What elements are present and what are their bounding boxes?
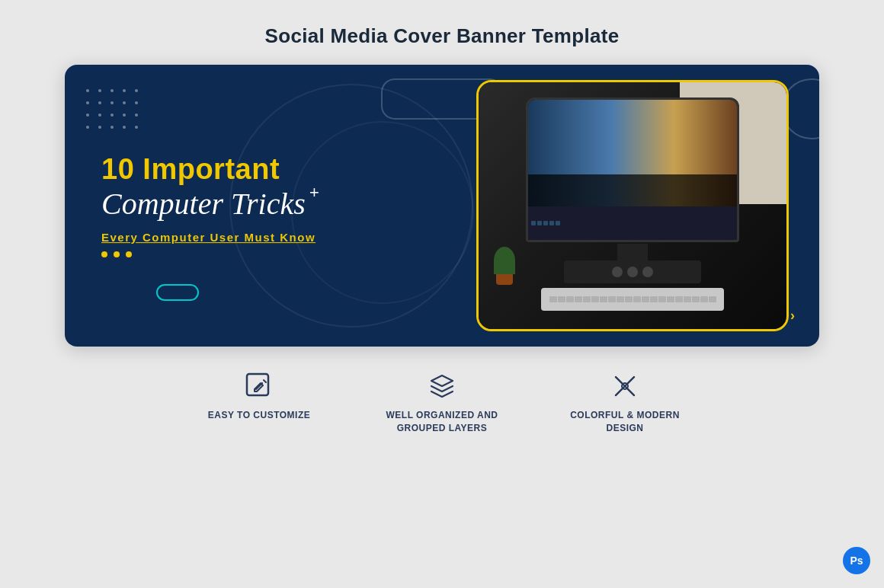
key: [617, 296, 624, 302]
plant-pot: [496, 274, 513, 285]
knob: [642, 267, 653, 277]
banner: › › › › › › › › 10 Important Computer Tr…: [65, 65, 819, 347]
dot: [114, 251, 120, 257]
plant-decoration: [494, 247, 515, 285]
key: [633, 296, 641, 302]
key: [549, 296, 557, 302]
key: [700, 296, 708, 302]
svg-line-5: [628, 377, 634, 383]
key: [684, 296, 691, 302]
monitor-screen: [528, 100, 737, 206]
knob: [612, 267, 623, 277]
monitor-stand: [617, 244, 648, 262]
banner-text-block: 10 Important Computer Tricks Every Compu…: [101, 154, 315, 257]
key: [591, 296, 599, 302]
svg-line-6: [628, 389, 634, 395]
key: [583, 296, 591, 302]
bg-circle-decoration2: [291, 121, 474, 304]
feature-label-design: COLORFUL & MODERN DESIGN: [564, 409, 686, 435]
key: [575, 296, 582, 302]
key: [650, 296, 658, 302]
key: [642, 296, 649, 302]
dot: [101, 251, 107, 257]
script-text: Computer Tricks: [101, 186, 306, 222]
dot: [126, 251, 132, 257]
taskbar-item: [537, 221, 542, 225]
taskbar-item: [556, 221, 560, 225]
dots-decoration: [101, 251, 315, 257]
monitor-taskbar: [528, 206, 737, 240]
banner-container: › › › › › › › › 10 Important Computer Tr…: [65, 65, 819, 347]
taskbar-item: [531, 221, 536, 225]
key: [558, 296, 565, 302]
feature-label-customize: EASY TO CUSTOMIZE: [208, 409, 311, 422]
plant-leaves: [494, 247, 515, 274]
svg-line-4: [616, 377, 622, 383]
page-title: Social Media Cover Banner Template: [265, 24, 620, 48]
banner-image: [476, 80, 789, 331]
key: [658, 296, 666, 302]
ps-badge: Ps: [843, 547, 870, 574]
palette-icon: [608, 369, 642, 403]
svg-line-7: [616, 389, 622, 395]
taskbar-item: [543, 221, 548, 225]
banner-subheadline: Computer Tricks: [101, 186, 315, 222]
svg-rect-0: [247, 374, 268, 395]
footer-features: EASY TO CUSTOMIZE WELL ORGANIZED AND GRO…: [198, 369, 686, 435]
key: [667, 296, 674, 302]
layers-icon: [425, 369, 459, 403]
key: [600, 296, 607, 302]
banner-tagline: Every Computer User Must Know: [101, 231, 315, 244]
taskbar-item: [549, 221, 554, 225]
computer-scene: [479, 82, 786, 329]
edit-icon: [242, 369, 276, 403]
pill-decoration: [156, 284, 199, 301]
key: [675, 296, 683, 302]
key: [625, 296, 633, 302]
feature-item-layers: WELL ORGANIZED AND GROUPED LAYERS: [381, 369, 503, 435]
chevron-icon: ›: [790, 308, 795, 322]
key: [709, 296, 716, 302]
key: [692, 296, 700, 302]
feature-item-design: COLORFUL & MODERN DESIGN: [564, 369, 686, 435]
equipment: [564, 260, 701, 283]
monitor: [526, 97, 739, 242]
keyboard: [541, 288, 724, 311]
key: [566, 296, 574, 302]
feature-label-layers: WELL ORGANIZED AND GROUPED LAYERS: [381, 409, 503, 435]
key: [608, 296, 616, 302]
banner-headline: 10 Important: [101, 154, 315, 186]
feature-item-customize: EASY TO CUSTOMIZE: [198, 369, 320, 422]
dot-grid-decoration: [86, 89, 143, 133]
knob: [627, 267, 638, 277]
